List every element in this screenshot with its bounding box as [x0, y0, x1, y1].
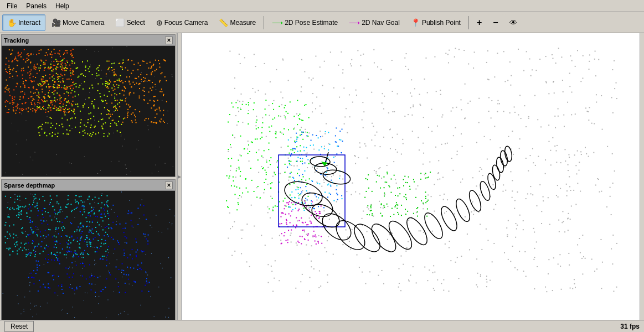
measure-label: Measure: [230, 19, 256, 27]
sparse-depthmap-title: Sparse depthmap: [4, 182, 55, 189]
sparse-depthmap-close[interactable]: ✕: [165, 181, 173, 189]
zoom-out-icon: −: [493, 18, 498, 28]
zoom-in-button[interactable]: +: [472, 14, 487, 31]
tracking-title: Tracking: [4, 37, 29, 44]
resize-handle[interactable]: [177, 33, 182, 320]
right-drag-handle[interactable]: [640, 33, 644, 320]
focus-camera-icon: ⊕: [156, 19, 163, 27]
pose-estimate-tool[interactable]: ⟶ 2D Pose Estimate: [267, 14, 343, 31]
move-camera-tool[interactable]: 🎥 Move Camera: [47, 14, 109, 31]
focus-camera-tool[interactable]: ⊕ Focus Camera: [151, 14, 213, 31]
select-tool[interactable]: ⬜ Select: [110, 14, 150, 31]
sparse-depthmap-content[interactable]: [2, 191, 175, 320]
select-icon: ⬜: [115, 19, 125, 27]
move-camera-icon: 🎥: [51, 19, 61, 27]
settings-button[interactable]: 👁: [504, 14, 522, 31]
status-bar: Reset 31 fps: [0, 320, 644, 332]
select-label: Select: [126, 19, 145, 27]
sparse-depthmap-panel: Sparse depthmap ✕: [1, 179, 176, 320]
nav-goal-label: 2D Nav Goal: [362, 19, 400, 27]
settings-icon: 👁: [509, 18, 517, 27]
separator-2: [468, 16, 469, 29]
tracking-close[interactable]: ✕: [165, 37, 173, 44]
focus-camera-label: Focus Camera: [164, 19, 208, 27]
toolbar: ✋ Interact 🎥 Move Camera ⬜ Select ⊕ Focu…: [0, 12, 644, 33]
publish-point-icon: 📍: [411, 19, 420, 27]
menu-file[interactable]: File: [2, 1, 22, 11]
menu-panels[interactable]: Panels: [22, 1, 51, 11]
left-panel: Tracking ✕ Sparse depthmap ✕: [0, 33, 177, 320]
reset-button[interactable]: Reset: [4, 321, 34, 332]
publish-point-label: Publish Point: [422, 19, 461, 27]
main-canvas: [182, 33, 640, 320]
separator-1: [264, 16, 264, 29]
fps-display: 31 fps: [620, 323, 640, 330]
sparse-depthmap-canvas: [2, 191, 175, 318]
main-viewport[interactable]: [182, 33, 640, 320]
menu-help[interactable]: Help: [51, 1, 74, 11]
sparse-depthmap-titlebar: Sparse depthmap ✕: [2, 180, 175, 191]
nav-goal-icon: ⟶: [349, 19, 360, 27]
measure-tool[interactable]: 📏 Measure: [214, 14, 261, 31]
pose-estimate-label: 2D Pose Estimate: [285, 19, 338, 27]
menu-bar: File Panels Help: [0, 0, 644, 12]
tracking-titlebar: Tracking ✕: [2, 35, 175, 46]
tracking-panel: Tracking ✕: [1, 34, 176, 177]
zoom-in-icon: +: [477, 18, 482, 28]
publish-point-tool[interactable]: 📍 Publish Point: [406, 14, 466, 31]
interact-label: Interact: [18, 19, 40, 27]
measure-icon: 📏: [219, 19, 228, 27]
interact-icon: ✋: [7, 19, 17, 27]
interact-tool[interactable]: ✋ Interact: [2, 14, 45, 31]
main-layout: Tracking ✕ Sparse depthmap ✕: [0, 33, 644, 320]
nav-goal-tool[interactable]: ⟶ 2D Nav Goal: [344, 14, 405, 31]
pose-estimate-icon: ⟶: [272, 19, 283, 27]
zoom-out-button[interactable]: −: [488, 14, 503, 31]
tracking-content[interactable]: [2, 46, 175, 177]
move-camera-label: Move Camera: [63, 19, 104, 27]
tracking-canvas: [2, 46, 175, 175]
